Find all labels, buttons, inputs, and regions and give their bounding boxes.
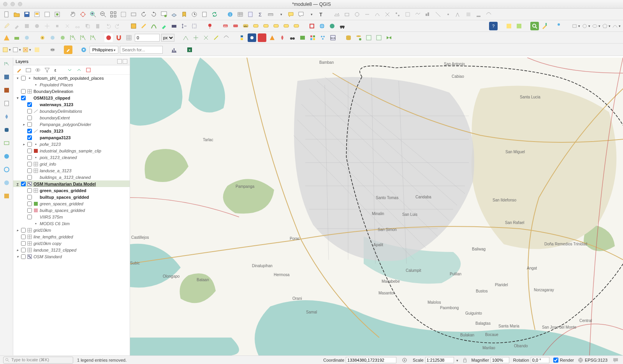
plugin-db3[interactable] [364, 33, 373, 42]
layer-node[interactable]: ▸line_lengths_gridded [13, 233, 130, 240]
tb3-h[interactable] [79, 33, 87, 42]
geometry-viewer-13[interactable] [454, 10, 463, 19]
expand-icon[interactable]: ▸ [22, 195, 26, 199]
plugin-toolbox[interactable] [248, 33, 256, 42]
layer-visibility-checkbox[interactable] [27, 195, 32, 200]
toggle-edit-button[interactable] [2, 22, 11, 30]
label-tool-8[interactable] [292, 22, 301, 30]
annotation-dropdown[interactable] [307, 10, 315, 19]
tb3-v2[interactable] [192, 33, 200, 42]
plugin-binoc[interactable] [288, 33, 297, 42]
expand-icon[interactable]: ▸ [16, 248, 19, 252]
tb3-b[interactable] [12, 33, 21, 42]
plugin-flame[interactable] [278, 33, 287, 42]
layer-visibility-checkbox[interactable] [27, 116, 32, 120]
style-manager-button[interactable] [53, 10, 62, 19]
layer-visibility-checkbox[interactable] [27, 129, 32, 133]
layer-node[interactable]: ▸grid10km copy [13, 240, 130, 247]
layer-visibility-checkbox[interactable] [27, 162, 32, 166]
select-value-dd[interactable] [12, 46, 21, 54]
layer-node[interactable]: ▸builtup_spaces_gridded [13, 194, 130, 200]
geometry-viewer-11[interactable] [434, 10, 442, 19]
layer-visibility-checkbox[interactable] [27, 168, 32, 173]
add-wms-layer-icon[interactable] [2, 152, 11, 161]
coordinate-capture-icon[interactable] [400, 356, 409, 364]
node-tool-button[interactable] [53, 22, 62, 30]
window-controls[interactable] [3, 2, 22, 6]
layer-visibility-checkbox[interactable] [21, 76, 26, 80]
tb3-d[interactable]: + [38, 33, 47, 42]
layer-visibility-checkbox[interactable] [21, 241, 26, 246]
expand-icon[interactable]: ▸ [22, 175, 26, 179]
plugin-red2[interactable] [258, 33, 266, 42]
excel-export-icon[interactable]: X [185, 46, 194, 54]
zoom-out-button[interactable] [99, 10, 107, 19]
layer-visibility-checkbox[interactable] [21, 89, 26, 94]
copy-button[interactable] [83, 22, 92, 30]
expand-icon[interactable]: ▸ [22, 156, 26, 159]
select-feature-dd[interactable] [2, 46, 11, 54]
plugin-db2[interactable] [354, 33, 363, 42]
layer-visibility-checkbox[interactable] [21, 96, 26, 100]
label-tool-6[interactable] [272, 22, 280, 30]
tb3-f[interactable] [58, 33, 67, 42]
layer-node[interactable]: ▸VIIRS 375m [13, 214, 130, 220]
expand-icon[interactable]: ▸ [22, 169, 26, 173]
tb3-e[interactable] [48, 33, 57, 42]
shape-circle-dd[interactable] [582, 22, 590, 30]
plugin-search[interactable] [530, 22, 539, 30]
delete-feature-button[interactable] [63, 22, 72, 30]
layout-manager-button[interactable] [43, 10, 51, 19]
expression-button[interactable]: ε [53, 66, 60, 74]
messages-icon[interactable] [611, 356, 620, 364]
layer-node[interactable]: ▸buildings_a_3123_cleaned [13, 174, 130, 180]
move-feature-button[interactable] [43, 22, 51, 30]
plugin-mask[interactable] [48, 46, 57, 54]
zoom-selection-button[interactable] [119, 10, 128, 19]
expand-icon[interactable]: ▾ [16, 255, 19, 259]
geometry-viewer-4[interactable] [363, 10, 371, 19]
plugin-book[interactable] [298, 33, 307, 42]
tb3-c[interactable] [23, 33, 31, 42]
map-canvas[interactable]: BambanSan AntonioCabiaoSanta LuciaSan Mi… [130, 58, 623, 355]
locator-input[interactable]: Type to locate (⌘K) [3, 357, 73, 364]
expand-icon[interactable]: ▸ [22, 122, 26, 126]
add-postgis-icon[interactable] [2, 125, 11, 135]
scale-input[interactable] [425, 357, 454, 363]
expand-icon[interactable]: ▾ [16, 182, 19, 186]
label-tool-4[interactable] [252, 22, 260, 30]
layer-visibility-checkbox[interactable] [21, 248, 26, 252]
layer-node[interactable]: ▾OSM3123_clipped [13, 94, 130, 101]
help-icon[interactable]: ? [489, 22, 498, 30]
digitize-1[interactable] [129, 22, 138, 30]
expand-icon[interactable]: ▸ [22, 103, 26, 107]
layer-node[interactable]: ▸landuse_3123_clipped [13, 247, 130, 253]
render-checkbox[interactable] [553, 357, 558, 363]
plugin-orange[interactable] [268, 33, 276, 42]
tb3-v3[interactable] [202, 33, 210, 42]
add-spatialite-icon[interactable] [2, 112, 11, 121]
scale-dropdown[interactable] [456, 358, 458, 362]
expand-icon[interactable]: ▾ [16, 96, 19, 100]
geometry-viewer-6[interactable] [383, 10, 392, 19]
plugin-paint[interactable] [64, 46, 72, 54]
layer-node[interactable]: ▸boundaryDelimitations [13, 108, 130, 114]
layer-node[interactable]: ▸grid10km [13, 227, 130, 233]
layer-node[interactable]: ▾OSM Humanitarian Data Model [13, 180, 130, 187]
layer-visibility-checkbox[interactable] [27, 122, 32, 127]
spatial-bookmark-button[interactable] [200, 10, 209, 19]
layer-node[interactable]: ▸waterways_3123 [13, 101, 130, 108]
expand-icon[interactable]: ▸ [22, 202, 26, 206]
digitize-4[interactable] [160, 22, 168, 30]
layer-visibility-checkbox[interactable] [27, 155, 32, 160]
plugin-sca[interactable]: SCA [329, 33, 337, 42]
layer-node[interactable]: ▸green_spaces_gridded [13, 200, 130, 207]
snap-tolerance[interactable] [135, 34, 160, 42]
python-console[interactable] [238, 33, 246, 42]
layer-node[interactable]: ▸grid_info [13, 161, 130, 167]
layer-node[interactable]: ▸pampanga3123 [13, 134, 130, 141]
add-feature-button[interactable] [33, 22, 41, 30]
layer-node[interactable]: ▸industrial_buildings_sample_clip [13, 147, 130, 154]
remove-layer-button[interactable] [85, 66, 92, 74]
open-attribute-table-button[interactable] [236, 10, 245, 19]
